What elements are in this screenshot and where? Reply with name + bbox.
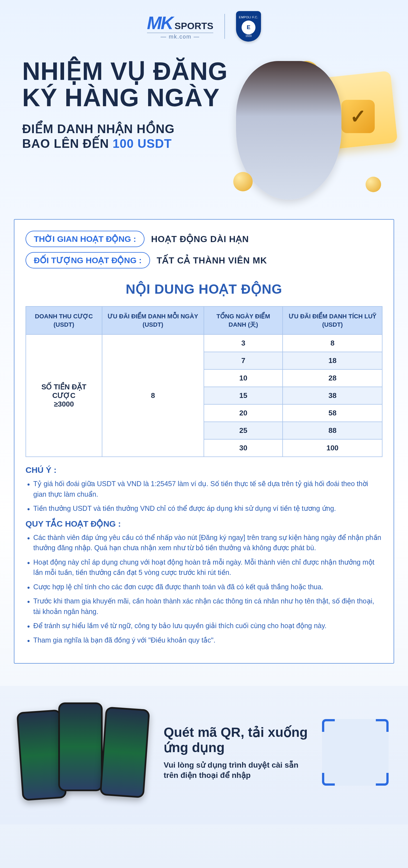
info-value-time: HOẠT ĐỘNG DÀI HẠN xyxy=(151,234,249,244)
hero-subtitle: ĐIỂM DANH NHẬN HỒNG BAO LÊN ĐẾN 100 USDT xyxy=(22,122,242,151)
table-span-bet: SỐ TIỀN ĐẶT CƯỢC ≥3000 xyxy=(26,335,102,457)
table-cell-days: 15 xyxy=(204,387,283,404)
qr-code-frame xyxy=(322,719,388,786)
badge-top-text: EMPOLI F.C. xyxy=(239,16,258,19)
table-cell-days: 10 xyxy=(204,369,283,387)
coin-icon xyxy=(366,177,381,192)
notes-list: Tỷ giá hối đoái giữa USDT và VND là 1:25… xyxy=(26,479,382,514)
table-cell-bonus: 100 xyxy=(283,439,382,457)
table-header-col4: ƯU ĐÃI ĐIỂM DANH TÍCH LUỸ (USDT) xyxy=(283,306,382,335)
hero-section: NHIỆM VỤ ĐĂNG KÝ HÀNG NGÀY ĐIỂM DANH NHẬ… xyxy=(0,47,408,219)
list-item: Tiền thưởng USDT và tiền thưởng VND chỉ … xyxy=(26,503,382,514)
page: MK SPORTS — mk.com — EMPOLI F.C. E 1920 … xyxy=(0,0,408,825)
list-item: Cược hợp lệ chỉ tính cho các đơn cược đã… xyxy=(26,582,382,592)
list-item: Trước khi tham gia khuyến mãi, cần hoàn … xyxy=(26,596,382,617)
info-row-time: THỜI GIAN HOẠT ĐỘNG : HOẠT ĐỘNG DÀI HẠN xyxy=(26,231,382,247)
qr-corner-icon xyxy=(376,773,388,786)
table-span-daily: 8 xyxy=(102,335,204,457)
table-header-col1: DOANH THU CƯỢC (USDT) xyxy=(26,306,102,335)
list-item: Tỷ giá hối đoái giữa USDT và VND là 1:25… xyxy=(26,479,382,499)
notes-heading: CHÚ Ý : xyxy=(26,465,382,475)
badge-crest: E xyxy=(242,21,255,34)
header: MK SPORTS — mk.com — EMPOLI F.C. E 1920 xyxy=(0,0,408,47)
list-item: Hoạt động này chỉ áp dụng chung với hoạt… xyxy=(26,557,382,578)
phones-illustration xyxy=(20,703,153,802)
hero-subtitle-line2: BAO LÊN ĐẾN xyxy=(22,137,113,150)
table-cell-bonus: 18 xyxy=(283,352,382,369)
table-cell-days: 25 xyxy=(204,422,283,439)
footer-title: Quét mã QR, tải xuống ứng dụng xyxy=(164,725,311,755)
list-item: Để tránh sự hiểu lầm về từ ngữ, công ty … xyxy=(26,621,382,631)
logo-subtext: — mk.com — xyxy=(147,33,213,40)
table-cell-days: 7 xyxy=(204,352,283,369)
qr-corner-icon xyxy=(376,719,388,732)
footer-section: Quét mã QR, tải xuống ứng dụng Vui lòng … xyxy=(0,686,408,825)
phone-icon xyxy=(58,703,103,791)
table-cell-days: 3 xyxy=(204,335,283,352)
content-panel: THỜI GIAN HOẠT ĐỘNG : HOẠT ĐỘNG DÀI HẠN … xyxy=(14,219,394,663)
table-span-bet-line1: SỐ TIỀN ĐẶT CƯỢC xyxy=(41,383,86,400)
table-span-bet-line2: ≥3000 xyxy=(54,400,74,408)
hero-title: NHIỆM VỤ ĐĂNG KÝ HÀNG NGÀY xyxy=(22,58,242,111)
footer-text: Quét mã QR, tải xuống ứng dụng Vui lòng … xyxy=(164,725,311,780)
bonus-table: DOANH THU CƯỢC (USDT) ƯU ĐÃI ĐIỂM DANH M… xyxy=(26,306,382,457)
phone-icon xyxy=(100,707,150,798)
table-cell-bonus: 88 xyxy=(283,422,382,439)
checkmark-icon xyxy=(341,100,375,133)
logo-mk-letters: MK xyxy=(147,13,172,33)
footer-subtitle: Vui lòng sử dụng trình duyệt cài sẵn trê… xyxy=(164,760,311,780)
info-value-target: TẤT CẢ THÀNH VIÊN MK xyxy=(157,255,267,266)
rules-heading: QUY TẮC HOẠT ĐỘNG : xyxy=(26,519,382,529)
info-label-time: THỜI GIAN HOẠT ĐỘNG : xyxy=(26,231,145,247)
empoli-badge-icon: EMPOLI F.C. E 1920 xyxy=(236,11,261,41)
header-divider xyxy=(224,14,225,39)
table-cell-bonus: 28 xyxy=(283,369,382,387)
section-title: NỘI DUNG HOẠT ĐỘNG xyxy=(26,281,382,297)
table-cell-bonus: 38 xyxy=(283,387,382,404)
list-item: Các thành viên đáp ứng yêu cầu có thể nh… xyxy=(26,532,382,553)
table-cell-bonus: 8 xyxy=(283,335,382,352)
logo-sports-word: SPORTS xyxy=(175,21,213,31)
table-cell-days: 30 xyxy=(204,439,283,457)
table-cell-bonus: 58 xyxy=(283,404,382,422)
coin-icon xyxy=(233,172,253,191)
table-header-col3: TỔNG NGÀY ĐIỂM DANH (天) xyxy=(204,306,283,335)
hero-graphic xyxy=(242,58,386,203)
list-item: Tham gia nghĩa là bạn đã đồng ý với "Điề… xyxy=(26,635,382,646)
table-header-col2: ƯU ĐÃI ĐIỂM DANH MỖI NGÀY (USDT) xyxy=(102,306,204,335)
hero-subtitle-line1: ĐIỂM DANH NHẬN HỒNG xyxy=(22,122,175,135)
qr-corner-icon xyxy=(322,773,335,786)
hero-usdt-amount: 100 USDT xyxy=(113,137,172,150)
hero-text: NHIỆM VỤ ĐĂNG KÝ HÀNG NGÀY ĐIỂM DANH NHẬ… xyxy=(22,58,242,151)
info-row-target: ĐỐI TƯỢNG HOẠT ĐỘNG : TẤT CẢ THÀNH VIÊN … xyxy=(26,252,382,269)
badge-year: 1920 xyxy=(246,34,252,37)
mk-sports-logo: MK SPORTS — mk.com — xyxy=(147,13,213,40)
info-label-target: ĐỐI TƯỢNG HOẠT ĐỘNG : xyxy=(26,252,150,269)
qr-corner-icon xyxy=(322,719,335,732)
table-cell-days: 20 xyxy=(204,404,283,422)
rules-list: Các thành viên đáp ứng yêu cầu có thể nh… xyxy=(26,532,382,646)
